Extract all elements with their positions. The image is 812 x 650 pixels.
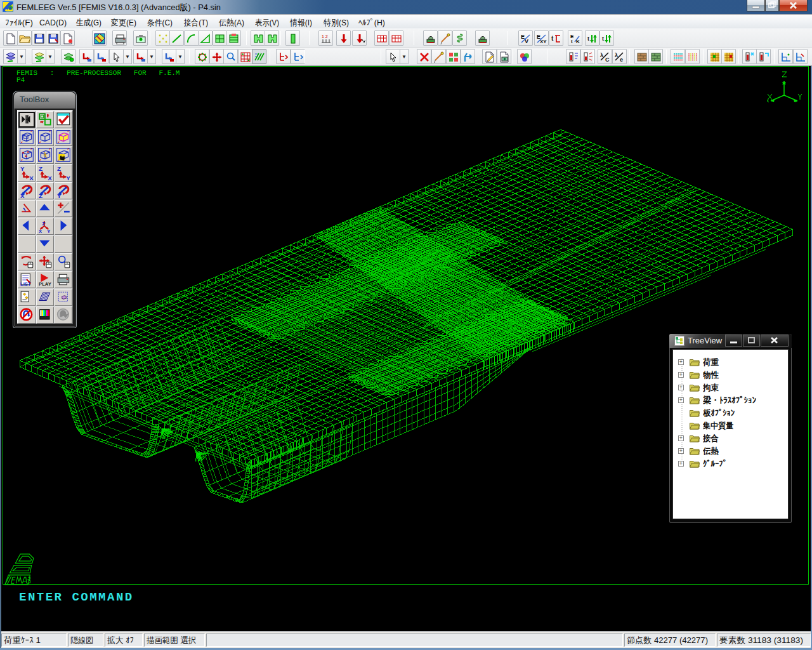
svg-text:λ: λ	[600, 52, 603, 58]
svg-text:情報(I): 情報(I)	[289, 18, 312, 27]
svg-text:X: X	[48, 175, 52, 181]
svg-text:節点数 42277 (42277): 節点数 42277 (42277)	[627, 635, 708, 645]
svg-text:表示(V): 表示(V)	[255, 18, 279, 27]
svg-text:拡大 ｵﾌ: 拡大 ｵﾌ	[107, 635, 134, 645]
svg-text:X: X	[39, 229, 43, 234]
svg-text:荷重ｹｰｽ 1: 荷重ｹｰｽ 1	[4, 635, 41, 645]
svg-text:t: t	[571, 39, 573, 44]
svg-text:ﾍﾙﾌﾟ(H): ﾍﾙﾌﾟ(H)	[358, 18, 385, 27]
svg-text:ｸﾞﾙｰﾌﾟ: ｸﾞﾙｰﾌﾟ	[703, 459, 727, 468]
svg-text:Y: Y	[57, 192, 62, 199]
svg-text:e: e	[620, 56, 623, 63]
svg-text:拘束: 拘束	[703, 383, 719, 392]
svg-text:変更(E): 変更(E)	[111, 18, 136, 27]
svg-text:板ｵﾌﾟｼｮﾝ: 板ｵﾌﾟｼｮﾝ	[703, 408, 735, 418]
svg-text:集中質量: 集中質量	[703, 421, 733, 430]
svg-text:FEMLEEG Ver.5 [FEMIS V16.0.3]: FEMLEEG Ver.5 [FEMIS V16.0.3] (Advanced版…	[16, 3, 221, 12]
svg-text:描画範囲 選択: 描画範囲 選択	[147, 635, 196, 645]
svg-text:LIST: LIST	[20, 281, 31, 287]
svg-text:伝熱(A): 伝熱(A)	[218, 18, 244, 27]
svg-text:1 2: 1 2	[322, 34, 328, 39]
svg-text:t: t	[587, 36, 589, 42]
svg-text:Y: Y	[20, 166, 25, 172]
svg-text:C: C	[605, 56, 610, 63]
svg-text:ﾌｧｲﾙ(F): ﾌｧｲﾙ(F)	[5, 18, 33, 27]
svg-text:荷重: 荷重	[703, 357, 719, 367]
svg-text:伝熱: 伝熱	[703, 446, 719, 456]
svg-text:X: X	[29, 175, 34, 181]
svg-text:物性: 物性	[703, 370, 719, 380]
svg-text:接合: 接合	[703, 434, 719, 443]
svg-text:Z: Z	[57, 166, 61, 172]
svg-text:条件(C): 条件(C)	[147, 18, 173, 27]
svg-text:生成(G): 生成(G)	[76, 18, 102, 27]
svg-text:Z: Z	[39, 166, 43, 172]
svg-text:隠線図: 隠線図	[70, 635, 93, 645]
svg-text:Z: Z	[39, 192, 43, 199]
svg-text:特別(S): 特別(S)	[324, 18, 349, 27]
svg-text:接合(T): 接合(T)	[183, 18, 208, 27]
svg-text:梁・ﾄﾗｽｵﾌﾟｼｮﾝ: 梁・ﾄﾗｽｵﾌﾟｼｮﾝ	[703, 395, 756, 405]
svg-text:t: t	[602, 36, 604, 42]
svg-text:CAD(D): CAD(D)	[39, 18, 67, 27]
svg-text:K: K	[576, 39, 580, 44]
svg-text:Y: Y	[47, 229, 50, 234]
svg-text:要素数 31183 (31183): 要素数 31183 (31183)	[719, 635, 803, 645]
svg-text:Y: Y	[66, 175, 70, 181]
svg-text:Z: Z	[43, 221, 46, 227]
svg-text:X: X	[20, 192, 25, 199]
svg-text:t: t	[551, 35, 554, 42]
svg-text:PLAY: PLAY	[39, 281, 51, 287]
svg-text:λ: λ	[615, 52, 618, 58]
